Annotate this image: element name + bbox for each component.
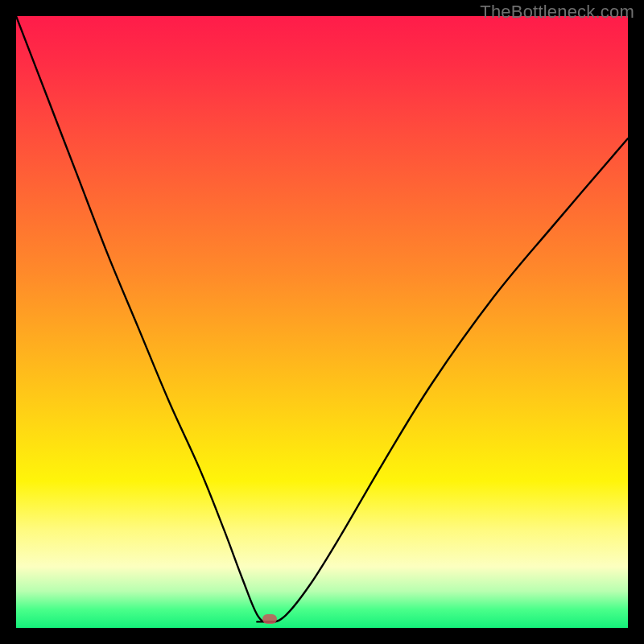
- bottleneck-curve: [16, 16, 628, 628]
- chart-frame: TheBottleneck.com: [0, 0, 644, 644]
- optimal-point-marker: [262, 614, 277, 624]
- watermark-text: TheBottleneck.com: [480, 2, 634, 23]
- plot-area: [16, 16, 628, 628]
